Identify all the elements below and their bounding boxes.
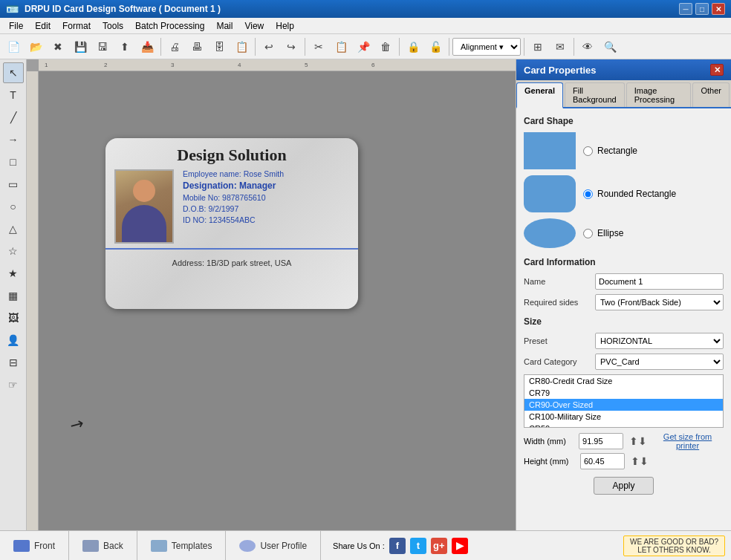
twitter-icon[interactable]: t (410, 538, 426, 554)
delete-button[interactable]: 🗑 (375, 36, 396, 57)
feedback-line2: LET OTHERS KNOW. (630, 546, 718, 554)
ellipse-tool[interactable]: ○ (3, 196, 24, 217)
unlock-button[interactable]: 🔓 (425, 36, 446, 57)
finger-tool[interactable]: ☞ (3, 374, 24, 395)
shape-radio-rounded[interactable] (583, 189, 593, 199)
maximize-button[interactable]: □ (695, 3, 709, 15)
alignment-dropdown[interactable]: Alignment ▾ (452, 38, 521, 56)
grid-button[interactable]: ⊞ (527, 36, 548, 57)
email-button[interactable]: ✉ (550, 36, 571, 57)
rounded-rect-tool[interactable]: ▭ (3, 174, 24, 195)
menu-view[interactable]: View (238, 19, 270, 33)
image-tool[interactable]: 🖼 (3, 307, 24, 328)
preview-button[interactable]: 👁 (577, 36, 598, 57)
name-field-label: Name (524, 277, 591, 286)
export-button[interactable]: ⬆ (114, 36, 135, 57)
props-title: Card Properties (524, 65, 597, 76)
shape-radio-rectangle[interactable] (583, 146, 593, 156)
front-tab-label: Front (34, 541, 55, 551)
open-button[interactable]: 📂 (25, 36, 46, 57)
preset-select[interactable]: HORIZONTAL (595, 333, 724, 349)
get-size-button[interactable]: Get size from printer (652, 432, 724, 450)
size-list-item-3[interactable]: CR100-Military Size (524, 411, 723, 423)
undo-button[interactable]: ↩ (259, 36, 279, 57)
card-category-field-row: Card Category PVC_Card (524, 354, 724, 370)
card-info-section-title: Card Information (524, 257, 724, 267)
shape-radio-ellipse[interactable] (583, 229, 593, 238)
tab-image-processing[interactable]: Image Processing (626, 82, 692, 107)
size-list-item-0[interactable]: CR80-Credit Crad Size (524, 375, 723, 387)
height-input[interactable] (580, 453, 625, 469)
size-list-item-1[interactable]: CR79 (524, 387, 723, 399)
photo-tool[interactable]: 👤 (3, 330, 24, 351)
menu-help[interactable]: Help (270, 19, 300, 33)
photo-body (122, 205, 166, 242)
googleplus-icon[interactable]: g+ (431, 538, 447, 554)
name-input[interactable] (595, 273, 724, 290)
zoom-button[interactable]: 🔍 (600, 36, 620, 57)
size-list[interactable]: CR80-Credit Crad Size CR79 CR90-Over Siz… (524, 374, 724, 428)
apply-button[interactable]: Apply (594, 477, 653, 495)
select-tool[interactable]: ↖ (3, 62, 24, 83)
shape-option-ellipse[interactable]: Ellipse (583, 228, 623, 238)
rect-tool[interactable]: □ (3, 152, 24, 172)
size-list-item-4[interactable]: CR50 (524, 423, 723, 428)
toolbar-sep-6 (524, 38, 524, 56)
employee-name-line: Employee name: Rose Smith (183, 169, 349, 178)
height-spinner[interactable]: ⬆⬇ (631, 455, 649, 467)
facebook-icon[interactable]: f (389, 538, 406, 554)
lock-button[interactable]: 🔒 (403, 36, 423, 57)
required-sides-select[interactable]: Two (Front/Back Side) (595, 294, 724, 310)
save-button[interactable]: 💾 (70, 36, 91, 57)
width-spinner[interactable]: ⬆⬇ (629, 435, 647, 447)
tab-other[interactable]: Other (692, 82, 730, 107)
menu-format[interactable]: Format (56, 19, 97, 33)
templates-tab[interactable]: Templates (137, 531, 227, 560)
copy-button[interactable]: 📋 (331, 36, 351, 57)
photo-head (133, 180, 155, 202)
tab-general[interactable]: General (516, 82, 563, 108)
close-doc-button[interactable]: ✖ (48, 36, 68, 57)
cut-button[interactable]: ✂ (308, 36, 329, 57)
minimize-button[interactable]: ─ (679, 3, 692, 15)
triangle-tool[interactable]: △ (3, 218, 24, 239)
grid-tool[interactable]: ⊟ (3, 352, 24, 373)
line-tool[interactable]: ╱ (3, 107, 24, 128)
menu-file[interactable]: File (3, 19, 29, 33)
new-button[interactable]: 📄 (3, 36, 24, 57)
menu-batch-processing[interactable]: Batch Processing (129, 19, 210, 33)
back-tab[interactable]: Back (69, 531, 137, 560)
redo-button[interactable]: ↪ (281, 36, 302, 57)
youtube-icon[interactable]: ▶ (452, 538, 468, 554)
tab-fill-background[interactable]: Fill Background (565, 82, 625, 107)
card-category-select[interactable]: PVC_Card (595, 354, 724, 370)
menu-mail[interactable]: Mail (210, 19, 238, 33)
canvas-area[interactable]: 1 2 3 4 5 6 Design Solution Employe (27, 59, 516, 530)
shape-option-rounded[interactable]: Rounded Rectangle (583, 189, 676, 199)
text-tool[interactable]: T (3, 85, 24, 105)
star-tool[interactable]: ☆ (3, 241, 24, 261)
arrow-tool[interactable]: → (3, 129, 24, 150)
database-button[interactable]: 🗄 (209, 36, 230, 57)
close-button[interactable]: ✕ (712, 3, 725, 15)
props-close-button[interactable]: ✕ (710, 64, 724, 76)
front-tab[interactable]: Front (0, 531, 69, 560)
paste-button[interactable]: 📌 (353, 36, 374, 57)
barcode-tool[interactable]: ▦ (3, 285, 24, 306)
save-all-button[interactable]: 🖫 (92, 36, 113, 57)
print-preview-button[interactable]: 🖨 (164, 36, 185, 57)
canvas-background[interactable]: Design Solution Employee name: Rose Smit… (39, 71, 516, 530)
shape-option-rectangle[interactable]: Rectangle (583, 146, 637, 156)
import-button[interactable]: 📥 (137, 36, 157, 57)
size-list-item-2[interactable]: CR90-Over Sized (524, 399, 723, 411)
db2-button[interactable]: 📋 (231, 36, 252, 57)
user-profile-tab[interactable]: User Profile (226, 531, 321, 560)
menu-tools[interactable]: Tools (97, 19, 129, 33)
id-card[interactable]: Design Solution Employee name: Rose Smit… (105, 138, 358, 309)
star-filled-tool[interactable]: ★ (3, 263, 24, 284)
print-button[interactable]: 🖶 (186, 36, 207, 57)
width-input[interactable] (579, 433, 623, 449)
props-titlebar: Card Properties ✕ (516, 59, 731, 80)
feedback-badge[interactable]: WE ARE GOOD OR BAD? LET OTHERS KNOW. (623, 535, 725, 556)
menu-edit[interactable]: Edit (29, 19, 56, 33)
